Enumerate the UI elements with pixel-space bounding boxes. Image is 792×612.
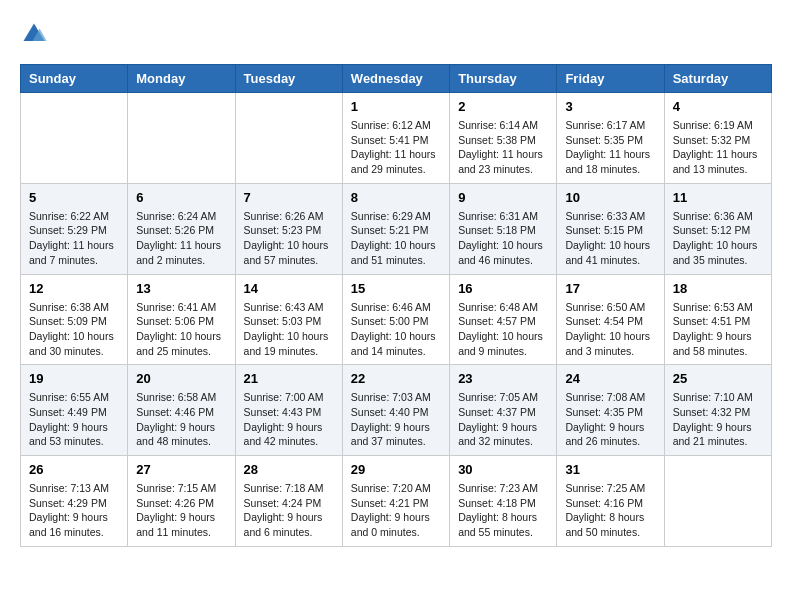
day-number: 28 (244, 462, 334, 477)
calendar-cell: 7Sunrise: 6:26 AM Sunset: 5:23 PM Daylig… (235, 183, 342, 274)
day-of-week-header: Friday (557, 65, 664, 93)
day-number: 1 (351, 99, 441, 114)
calendar-week-row: 1Sunrise: 6:12 AM Sunset: 5:41 PM Daylig… (21, 93, 772, 184)
day-number: 23 (458, 371, 548, 386)
calendar-week-row: 19Sunrise: 6:55 AM Sunset: 4:49 PM Dayli… (21, 365, 772, 456)
calendar-cell: 4Sunrise: 6:19 AM Sunset: 5:32 PM Daylig… (664, 93, 771, 184)
day-number: 12 (29, 281, 119, 296)
calendar-cell: 1Sunrise: 6:12 AM Sunset: 5:41 PM Daylig… (342, 93, 449, 184)
calendar-cell: 6Sunrise: 6:24 AM Sunset: 5:26 PM Daylig… (128, 183, 235, 274)
calendar-cell: 26Sunrise: 7:13 AM Sunset: 4:29 PM Dayli… (21, 456, 128, 547)
calendar-cell: 10Sunrise: 6:33 AM Sunset: 5:15 PM Dayli… (557, 183, 664, 274)
calendar-cell: 8Sunrise: 6:29 AM Sunset: 5:21 PM Daylig… (342, 183, 449, 274)
calendar-cell: 12Sunrise: 6:38 AM Sunset: 5:09 PM Dayli… (21, 274, 128, 365)
calendar-week-row: 12Sunrise: 6:38 AM Sunset: 5:09 PM Dayli… (21, 274, 772, 365)
calendar-cell: 13Sunrise: 6:41 AM Sunset: 5:06 PM Dayli… (128, 274, 235, 365)
day-number: 14 (244, 281, 334, 296)
day-number: 6 (136, 190, 226, 205)
calendar-cell: 9Sunrise: 6:31 AM Sunset: 5:18 PM Daylig… (450, 183, 557, 274)
calendar-cell: 16Sunrise: 6:48 AM Sunset: 4:57 PM Dayli… (450, 274, 557, 365)
calendar-cell: 25Sunrise: 7:10 AM Sunset: 4:32 PM Dayli… (664, 365, 771, 456)
logo (20, 20, 52, 48)
day-number: 27 (136, 462, 226, 477)
day-info: Sunrise: 6:31 AM Sunset: 5:18 PM Dayligh… (458, 209, 548, 268)
calendar-cell: 24Sunrise: 7:08 AM Sunset: 4:35 PM Dayli… (557, 365, 664, 456)
day-info: Sunrise: 6:36 AM Sunset: 5:12 PM Dayligh… (673, 209, 763, 268)
day-number: 24 (565, 371, 655, 386)
day-number: 5 (29, 190, 119, 205)
day-info: Sunrise: 6:33 AM Sunset: 5:15 PM Dayligh… (565, 209, 655, 268)
calendar-cell: 3Sunrise: 6:17 AM Sunset: 5:35 PM Daylig… (557, 93, 664, 184)
day-info: Sunrise: 7:20 AM Sunset: 4:21 PM Dayligh… (351, 481, 441, 540)
day-info: Sunrise: 6:53 AM Sunset: 4:51 PM Dayligh… (673, 300, 763, 359)
day-number: 13 (136, 281, 226, 296)
day-number: 4 (673, 99, 763, 114)
day-of-week-header: Saturday (664, 65, 771, 93)
day-info: Sunrise: 7:08 AM Sunset: 4:35 PM Dayligh… (565, 390, 655, 449)
calendar-week-row: 5Sunrise: 6:22 AM Sunset: 5:29 PM Daylig… (21, 183, 772, 274)
day-number: 18 (673, 281, 763, 296)
calendar-cell: 21Sunrise: 7:00 AM Sunset: 4:43 PM Dayli… (235, 365, 342, 456)
day-info: Sunrise: 6:50 AM Sunset: 4:54 PM Dayligh… (565, 300, 655, 359)
day-number: 22 (351, 371, 441, 386)
day-info: Sunrise: 6:55 AM Sunset: 4:49 PM Dayligh… (29, 390, 119, 449)
calendar-cell: 27Sunrise: 7:15 AM Sunset: 4:26 PM Dayli… (128, 456, 235, 547)
day-info: Sunrise: 7:05 AM Sunset: 4:37 PM Dayligh… (458, 390, 548, 449)
day-info: Sunrise: 6:22 AM Sunset: 5:29 PM Dayligh… (29, 209, 119, 268)
day-info: Sunrise: 7:18 AM Sunset: 4:24 PM Dayligh… (244, 481, 334, 540)
day-info: Sunrise: 7:03 AM Sunset: 4:40 PM Dayligh… (351, 390, 441, 449)
day-number: 17 (565, 281, 655, 296)
day-info: Sunrise: 6:48 AM Sunset: 4:57 PM Dayligh… (458, 300, 548, 359)
calendar-cell: 2Sunrise: 6:14 AM Sunset: 5:38 PM Daylig… (450, 93, 557, 184)
calendar-cell: 15Sunrise: 6:46 AM Sunset: 5:00 PM Dayli… (342, 274, 449, 365)
calendar-week-row: 26Sunrise: 7:13 AM Sunset: 4:29 PM Dayli… (21, 456, 772, 547)
day-of-week-header: Tuesday (235, 65, 342, 93)
calendar-cell: 18Sunrise: 6:53 AM Sunset: 4:51 PM Dayli… (664, 274, 771, 365)
day-number: 19 (29, 371, 119, 386)
day-number: 21 (244, 371, 334, 386)
calendar-cell (235, 93, 342, 184)
calendar-cell: 31Sunrise: 7:25 AM Sunset: 4:16 PM Dayli… (557, 456, 664, 547)
day-info: Sunrise: 7:23 AM Sunset: 4:18 PM Dayligh… (458, 481, 548, 540)
calendar-cell: 28Sunrise: 7:18 AM Sunset: 4:24 PM Dayli… (235, 456, 342, 547)
day-info: Sunrise: 6:14 AM Sunset: 5:38 PM Dayligh… (458, 118, 548, 177)
day-info: Sunrise: 7:10 AM Sunset: 4:32 PM Dayligh… (673, 390, 763, 449)
day-info: Sunrise: 6:41 AM Sunset: 5:06 PM Dayligh… (136, 300, 226, 359)
day-info: Sunrise: 6:38 AM Sunset: 5:09 PM Dayligh… (29, 300, 119, 359)
calendar-cell: 30Sunrise: 7:23 AM Sunset: 4:18 PM Dayli… (450, 456, 557, 547)
day-info: Sunrise: 6:12 AM Sunset: 5:41 PM Dayligh… (351, 118, 441, 177)
day-info: Sunrise: 6:19 AM Sunset: 5:32 PM Dayligh… (673, 118, 763, 177)
day-number: 2 (458, 99, 548, 114)
day-info: Sunrise: 6:43 AM Sunset: 5:03 PM Dayligh… (244, 300, 334, 359)
day-number: 9 (458, 190, 548, 205)
day-number: 15 (351, 281, 441, 296)
calendar-cell (21, 93, 128, 184)
day-info: Sunrise: 7:15 AM Sunset: 4:26 PM Dayligh… (136, 481, 226, 540)
calendar-cell: 17Sunrise: 6:50 AM Sunset: 4:54 PM Dayli… (557, 274, 664, 365)
day-of-week-header: Wednesday (342, 65, 449, 93)
day-number: 10 (565, 190, 655, 205)
day-number: 29 (351, 462, 441, 477)
day-info: Sunrise: 6:29 AM Sunset: 5:21 PM Dayligh… (351, 209, 441, 268)
calendar-cell: 29Sunrise: 7:20 AM Sunset: 4:21 PM Dayli… (342, 456, 449, 547)
calendar-cell: 14Sunrise: 6:43 AM Sunset: 5:03 PM Dayli… (235, 274, 342, 365)
calendar-cell: 22Sunrise: 7:03 AM Sunset: 4:40 PM Dayli… (342, 365, 449, 456)
day-info: Sunrise: 6:46 AM Sunset: 5:00 PM Dayligh… (351, 300, 441, 359)
day-of-week-header: Thursday (450, 65, 557, 93)
day-number: 3 (565, 99, 655, 114)
page-header (20, 20, 772, 48)
day-number: 31 (565, 462, 655, 477)
day-number: 8 (351, 190, 441, 205)
calendar-cell (664, 456, 771, 547)
day-of-week-header: Monday (128, 65, 235, 93)
calendar-header-row: SundayMondayTuesdayWednesdayThursdayFrid… (21, 65, 772, 93)
day-number: 7 (244, 190, 334, 205)
calendar-cell: 20Sunrise: 6:58 AM Sunset: 4:46 PM Dayli… (128, 365, 235, 456)
day-number: 30 (458, 462, 548, 477)
calendar-cell: 5Sunrise: 6:22 AM Sunset: 5:29 PM Daylig… (21, 183, 128, 274)
calendar-cell: 23Sunrise: 7:05 AM Sunset: 4:37 PM Dayli… (450, 365, 557, 456)
day-number: 16 (458, 281, 548, 296)
day-of-week-header: Sunday (21, 65, 128, 93)
day-info: Sunrise: 6:26 AM Sunset: 5:23 PM Dayligh… (244, 209, 334, 268)
day-info: Sunrise: 7:00 AM Sunset: 4:43 PM Dayligh… (244, 390, 334, 449)
